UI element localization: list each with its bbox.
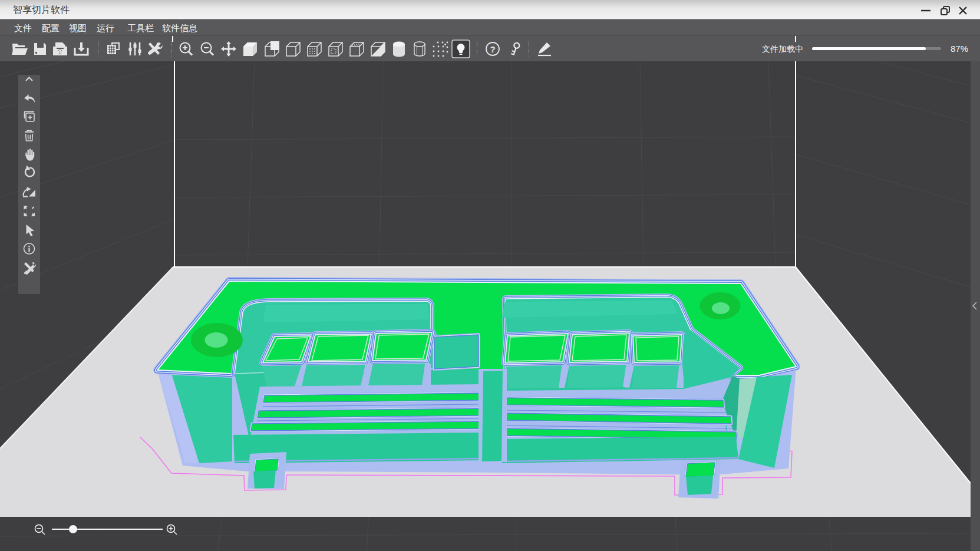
- svg-text:?: ?: [490, 44, 495, 54]
